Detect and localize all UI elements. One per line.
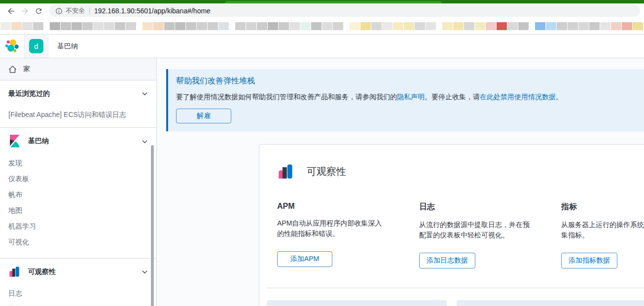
bookmark-favicon[interactable] — [497, 22, 507, 30]
sidebar-item-logs[interactable]: 日志 — [8, 286, 148, 302]
bookmark-favicon[interactable] — [268, 22, 278, 30]
privacy-statement-link[interactable]: 隐私声明 — [397, 93, 425, 101]
bookmark-favicon[interactable] — [518, 22, 529, 30]
bookmark-favicon[interactable] — [257, 22, 267, 30]
bookmark-favicon[interactable] — [104, 22, 114, 30]
bookmark-favicon[interactable] — [289, 22, 300, 30]
bookmark-favicon[interactable] — [72, 22, 82, 30]
bookmark-favicon[interactable] — [568, 22, 578, 30]
bookmark-favicon[interactable] — [633, 22, 643, 30]
sidebar-item-discover[interactable]: 发现 — [8, 155, 148, 171]
info-icon[interactable] — [55, 7, 63, 15]
bookmark-favicon[interactable] — [464, 22, 474, 30]
bookmark-favicon[interactable] — [546, 22, 556, 30]
bookmark-favicon[interactable] — [404, 22, 414, 30]
sidebar-item-visualize[interactable]: 可视化 — [8, 234, 148, 250]
bookmark-favicon[interactable] — [333, 22, 343, 30]
bookmark-favicon[interactable] — [535, 22, 545, 30]
bookmark-favicon[interactable] — [350, 22, 360, 30]
bookmark-favicon[interactable] — [360, 22, 371, 30]
observability-section-header[interactable]: 可观察性 — [8, 266, 148, 278]
recent-section-header[interactable]: 最近浏览过的 — [8, 87, 148, 100]
sidebar-section-recent: 最近浏览过的 [Filebeat Apache] ECS访问和错误日志 — [0, 80, 156, 128]
bookmark-favicon[interactable] — [93, 22, 104, 30]
sidebar-item-canvas[interactable]: 帆布 — [8, 187, 148, 203]
elastic-logo-button[interactable] — [0, 35, 24, 58]
bookmark-favicon[interactable] — [486, 22, 496, 30]
sidebar-scrollbar[interactable] — [151, 145, 154, 306]
bookmark-favicon[interactable] — [311, 22, 322, 30]
bookmark-favicon[interactable] — [33, 22, 43, 30]
bookmark-favicon[interactable] — [589, 22, 600, 30]
logs-column: 日志 从流行的数据源中提取日志，并在预 配置的仪表板中轻松可视化。 添加日志数据 — [419, 202, 549, 268]
bookmark-favicon[interactable] — [371, 22, 382, 30]
chevron-down-icon[interactable] — [141, 90, 148, 97]
bookmark-favicon[interactable] — [218, 22, 229, 30]
bookmark-favicon[interactable] — [175, 22, 185, 30]
bookmark-favicon[interactable] — [0, 22, 11, 30]
add-metric-data-button[interactable]: 添加指标数据 — [561, 253, 617, 268]
footer-panel-left[interactable] — [267, 300, 447, 306]
bookmark-favicon[interactable] — [22, 22, 33, 30]
bookmark-favicon[interactable] — [322, 22, 332, 30]
bookmark-favicon[interactable] — [557, 22, 567, 30]
back-button[interactable] — [4, 4, 18, 18]
bookmark-favicon[interactable] — [426, 22, 436, 30]
bookmark-favicon[interactable] — [61, 22, 71, 30]
bookmark-favicon[interactable] — [475, 22, 485, 30]
sidebar-item-home[interactable]: 家 — [0, 58, 156, 80]
bookmark-favicon[interactable] — [115, 22, 125, 30]
space-avatar[interactable]: d — [29, 39, 43, 53]
bookmark-favicon[interactable] — [300, 22, 311, 30]
bookmark-favicon[interactable] — [246, 22, 256, 30]
dismiss-button[interactable]: 解雇 — [176, 109, 231, 123]
bookmark-favicon[interactable] — [415, 22, 425, 30]
bookmark-favicon[interactable] — [235, 22, 246, 30]
sidebar-item-metrics[interactable]: 指标 — [8, 302, 148, 306]
reload-button[interactable] — [32, 4, 45, 18]
add-apm-button[interactable]: 添加APM — [277, 251, 332, 267]
bookmarks-bar — [0, 18, 644, 35]
bookmark-favicon[interactable] — [126, 22, 136, 30]
bookmark-favicon[interactable] — [82, 22, 93, 30]
bookmark-favicon[interactable] — [164, 22, 175, 30]
reload-icon — [35, 7, 43, 15]
add-log-data-button[interactable]: 添加日志数据 — [419, 253, 475, 268]
bookmark-favicon[interactable] — [578, 22, 589, 30]
space-selector[interactable]: d — [24, 35, 48, 58]
apm-column: APM APM自动从应用程序内部收集深入 的性能指标和错误。 添加APM — [277, 202, 407, 268]
bookmark-favicon[interactable] — [393, 22, 403, 30]
bookmark-favicon[interactable] — [600, 22, 610, 30]
bookmark-favicon[interactable] — [453, 22, 464, 30]
omnibox-divider — [89, 7, 90, 14]
sidebar-item-maps[interactable]: 地图 — [8, 203, 148, 219]
browser-tab[interactable] — [225, 1, 442, 3]
bookmark-gap — [229, 22, 235, 30]
bookmark-favicon[interactable] — [197, 22, 207, 30]
banner-text-3: 。 — [556, 93, 563, 101]
bookmark-favicon[interactable] — [50, 22, 60, 30]
address-bar[interactable]: 不安全 192.168.1.90:5601/app/kibana#/home — [49, 5, 640, 17]
kibana-header: d 基巴纳 — [0, 35, 644, 58]
bookmark-favicon[interactable] — [622, 22, 632, 30]
kibana-section-header[interactable]: 基巴纳 — [8, 135, 148, 148]
forward-button[interactable] — [18, 4, 32, 18]
url-text[interactable]: 192.168.1.90:5601/app/kibana#/home — [94, 7, 211, 15]
chevron-down-icon[interactable] — [141, 268, 148, 275]
disable-usage-data-link[interactable]: 在此处禁用使用情况数据 — [480, 93, 556, 101]
bookmark-favicon[interactable] — [507, 22, 518, 30]
footer-panel-right[interactable] — [457, 300, 644, 306]
bookmark-favicon[interactable] — [442, 22, 453, 30]
bookmark-favicon[interactable] — [611, 22, 621, 30]
sidebar-item-dashboard[interactable]: 仪表板 — [8, 171, 148, 187]
bookmark-favicon[interactable] — [382, 22, 393, 30]
sidebar-item-machine-learning[interactable]: 机器学习 — [8, 219, 148, 234]
bookmark-favicon[interactable] — [143, 22, 153, 30]
recent-item-link[interactable]: [Filebeat Apache] ECS访问和错误日志 — [8, 111, 148, 119]
bookmark-favicon[interactable] — [186, 22, 196, 30]
bookmark-favicon[interactable] — [208, 22, 218, 30]
bookmark-favicon[interactable] — [11, 22, 22, 30]
chevron-down-icon[interactable] — [141, 138, 148, 145]
bookmark-favicon[interactable] — [153, 22, 164, 30]
bookmark-favicon[interactable] — [279, 22, 289, 30]
